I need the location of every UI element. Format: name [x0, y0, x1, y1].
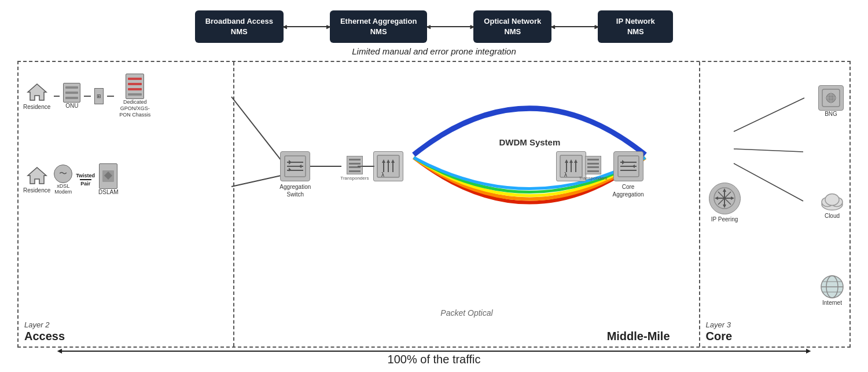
middle-label: Middle-Mile: [607, 330, 670, 343]
access-sublabel: Layer 2: [24, 320, 49, 329]
nms-row: Broadband Access NMS ◄ ► Ethernet Aggreg…: [17, 10, 851, 43]
nms-box-optical: Optical Network NMS: [473, 10, 551, 43]
traffic-label: 100% of the traffic: [388, 353, 481, 366]
gpon-chassis-icon: DedicatedGPON/XGS-PON Chassis: [117, 74, 152, 118]
transponder-left-container: Transponders: [340, 156, 369, 181]
internet-icon: [819, 274, 845, 300]
transponder-right-container: Transponders: [579, 156, 607, 181]
residence2-icon: Residence: [23, 165, 50, 194]
svg-line-62: [734, 149, 803, 152]
dwdm-label: DWDM System: [499, 137, 560, 147]
traffic-arrow-line: ◄ ►: [59, 351, 809, 352]
transponder-right-label: Transponders: [579, 176, 607, 181]
lambda-left-icon: λ: [373, 151, 403, 181]
internet-container: Internet: [819, 274, 845, 306]
svg-text:λ: λ: [564, 172, 567, 178]
svg-line-4: [231, 175, 284, 187]
svg-line-63: [734, 163, 803, 201]
core-label: Core: [706, 330, 733, 343]
diagram-area: Residence ONU ⊞: [17, 61, 851, 348]
svg-point-55: [825, 194, 839, 205]
dslam-icon: DSLAM: [98, 163, 118, 195]
core-sublabel: Layer 3: [706, 320, 731, 329]
internet-label: Internet: [822, 300, 842, 306]
core-agg-label: CoreAggregation: [613, 183, 644, 198]
svg-line-61: [734, 98, 804, 132]
cloud-container: Cloud: [819, 190, 845, 218]
section-core: IP Peering BNG: [700, 62, 849, 347]
agg-switch-label: AggregationSwitch: [279, 183, 311, 198]
svg-marker-1: [28, 167, 46, 184]
nms-box-ethernet: Ethernet Aggregation NMS: [330, 10, 427, 43]
nms-arrow-1: ◄ ►: [284, 21, 330, 32]
bng-container: BNG: [818, 85, 844, 117]
bng-icon: [818, 85, 844, 111]
core-agg-container: CoreAggregation: [613, 151, 644, 198]
svg-marker-2: [104, 172, 112, 180]
xdsl-modem-icon: 〜 xDSLModem: [54, 165, 72, 195]
residence1-icon: Residence: [23, 82, 50, 110]
nms-arrow-2: ◄ ►: [427, 21, 473, 32]
ip-router-icon: [709, 183, 741, 214]
nms-box-broadband: Broadband Access NMS: [195, 10, 284, 43]
cloud-icon: [819, 190, 845, 212]
nms-subtitle: Limited manual and error prone integrati…: [352, 46, 516, 56]
svg-marker-0: [28, 84, 46, 100]
agg-switch-icon: [280, 151, 310, 181]
lambda-left-container: λ: [373, 151, 403, 181]
cloud-label: Cloud: [825, 212, 840, 218]
core-agg-icon: [613, 151, 643, 181]
section-access: Residence ONU ⊞: [19, 62, 234, 347]
onu-icon: ONU: [63, 83, 80, 109]
ip-router-container: IP Peering: [709, 183, 741, 223]
ip-peering-label: IP Peering: [711, 216, 738, 223]
nms-box-ip: IP Network NMS: [598, 10, 673, 43]
bng-label: BNG: [825, 111, 837, 117]
svg-text:λ: λ: [381, 172, 384, 178]
svg-line-3: [231, 97, 284, 163]
agg-switch-container: AggregationSwitch: [279, 151, 311, 198]
access-label: Access: [24, 330, 65, 343]
packet-optical-label: Packet Optical: [440, 308, 492, 318]
nms-arrow-3: ◄ ►: [551, 21, 598, 32]
main-container: Broadband Access NMS ◄ ► Ethernet Aggreg…: [0, 0, 868, 372]
transponder-left-label: Transponders: [340, 176, 369, 181]
traffic-arrow-row: ◄ ►: [59, 351, 809, 352]
section-middle: AggregationSwitch Transponders: [234, 62, 700, 347]
